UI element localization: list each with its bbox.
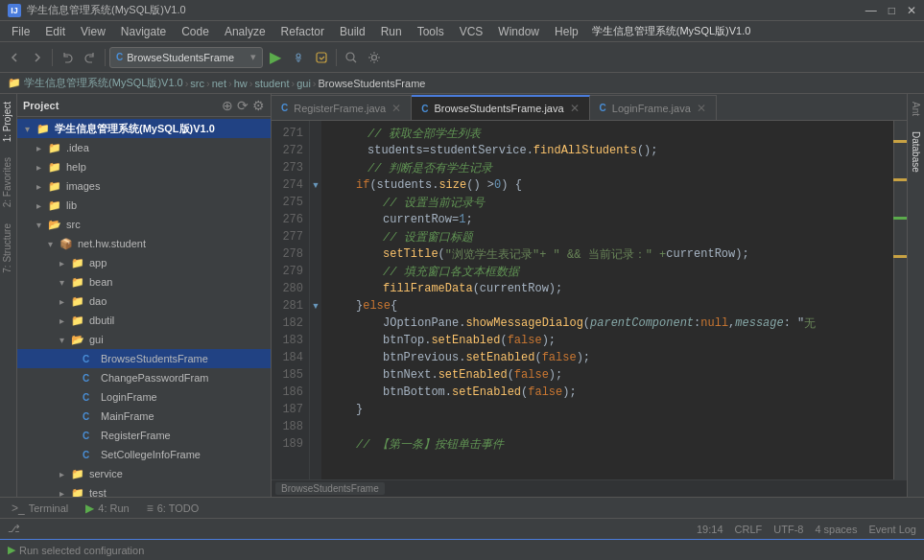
tab-login-close[interactable]: ✕ [697, 102, 706, 115]
config-label: BrowseStudentsFrame [127, 52, 234, 63]
tree-item-service[interactable]: ▸ 📁 service [17, 464, 271, 483]
tab-browse-close[interactable]: ✕ [570, 102, 580, 115]
fold-185 [310, 366, 321, 384]
indent-settings[interactable]: 4 spaces [815, 524, 857, 535]
tree-item-main-frame[interactable]: C MainFrame [17, 407, 271, 426]
run-button[interactable]: ▶ [265, 47, 286, 68]
tree-item-login-frame[interactable]: C LoginFrame [17, 387, 271, 407]
status-bar: ⎇ 19:14 CRLF UTF-8 4 spaces Event Log [0, 518, 924, 539]
project-action-settings[interactable]: ⚙ [252, 98, 265, 113]
tree-item-app[interactable]: ▸ 📁 app [17, 253, 271, 272]
project-action-add[interactable]: ⊕ [222, 98, 233, 113]
menu-edit[interactable]: Edit [37, 23, 73, 40]
menu-vcs[interactable]: VCS [452, 23, 491, 40]
tree-item-bean[interactable]: ▾ 📁 bean [17, 272, 271, 292]
tree-label-login-frame: LoginFrame [101, 391, 157, 403]
menu-refactor[interactable]: Refactor [273, 23, 332, 40]
menu-run[interactable]: Run [373, 23, 410, 40]
breadcrumb-student[interactable]: student [254, 78, 289, 89]
breadcrumb: 📁 学生信息管理系统(MySQL版)V1.0 › src › net › hw … [0, 73, 924, 94]
tree-item-dbutil[interactable]: ▸ 📁 dbutil [17, 311, 271, 330]
tree-item-src[interactable]: ▾ 📂 src [17, 215, 271, 234]
tree-item-register-frame[interactable]: C RegisterFrame [17, 426, 271, 445]
tree-item-root[interactable]: ▾ 📁 学生信息管理系统(MySQL版)V1.0 [17, 119, 271, 138]
editor-scroll-markers[interactable] [893, 121, 907, 479]
settings-button[interactable] [364, 47, 385, 68]
debug-button[interactable] [288, 47, 309, 68]
close-button[interactable]: ✕ [907, 4, 916, 17]
tab-register-close[interactable]: ✕ [391, 102, 401, 115]
menu-view[interactable]: View [73, 23, 113, 40]
menu-file[interactable]: File [4, 23, 37, 40]
run-coverage-button[interactable] [311, 47, 332, 68]
code-line-182: JOptionPane . showMessageDialog ( parent… [329, 315, 886, 332]
toolbar-redo-button[interactable] [80, 47, 101, 68]
toolbar-forward-button[interactable] [27, 47, 48, 68]
breadcrumb-src[interactable]: src [190, 78, 204, 89]
toolbar-back-button[interactable] [4, 47, 25, 68]
main-layout: 1: Project 2: Favorites 7: Structure Pro… [0, 94, 924, 497]
tree-item-lib[interactable]: ▸ 📁 lib [17, 196, 271, 215]
favorites-strip-tab[interactable]: 2: Favorites [0, 150, 16, 215]
folder-icon-test: 📁 [71, 487, 86, 498]
breadcrumb-current[interactable]: BrowseStudentsFrame [319, 78, 426, 89]
tree-item-dao[interactable]: ▸ 📁 dao [17, 292, 271, 311]
tab-login-frame[interactable]: C LoginFrame.java ✕ [590, 95, 717, 120]
line-num-281: 281 [272, 297, 309, 315]
tab-register-frame[interactable]: C RegisterFrame.java ✕ [272, 95, 412, 120]
menu-code[interactable]: Code [174, 23, 217, 40]
search-button[interactable] [341, 47, 362, 68]
tree-arrow-lib: ▸ [36, 200, 48, 211]
fold-189 [310, 435, 321, 453]
tree-item-images[interactable]: ▸ 📁 images [17, 176, 271, 196]
menu-tools[interactable]: Tools [410, 23, 452, 40]
ant-strip-tab[interactable]: Ant [909, 94, 923, 124]
menu-help[interactable]: Help [547, 23, 586, 40]
line-num-280: 280 [272, 280, 309, 297]
tree-item-pkg[interactable]: ▾ 📦 net.hw.student [17, 234, 271, 253]
project-action-sync[interactable]: ⟳ [237, 98, 249, 113]
tree-item-idea[interactable]: ▸ 📁 .idea [17, 138, 271, 157]
tab-browse-frame[interactable]: C BrowseStudentsFrame.java ✕ [412, 95, 589, 120]
breadcrumb-gui[interactable]: gui [296, 78, 311, 89]
code-content[interactable]: // 获取全部学生列表 students = studentService . … [321, 121, 893, 479]
tree-item-change-pwd[interactable]: C ChangePasswordFram [17, 368, 271, 387]
file-encoding[interactable]: UTF-8 [773, 524, 803, 535]
event-log[interactable]: Event Log [868, 524, 916, 535]
run-tab-label: 4: Run [98, 502, 129, 514]
menu-analyze[interactable]: Analyze [217, 23, 273, 40]
toolbar-separator2 [105, 49, 106, 66]
folder-icon-root: 📁 [36, 123, 52, 135]
breadcrumb-project[interactable]: 📁 学生信息管理系统(MySQL版)V1.0 [8, 76, 183, 90]
structure-strip-tab[interactable]: 7: Structure [0, 216, 16, 281]
code-line-275: // 设置当前记录号 [329, 194, 886, 211]
tree-item-test[interactable]: ▸ 📁 test [17, 483, 271, 497]
menu-navigate[interactable]: Navigate [113, 23, 174, 40]
code-line-185: btnNext . setEnabled ( false ); [329, 366, 886, 384]
terminal-tab[interactable]: >_ Terminal [4, 499, 76, 518]
tree-arrow-test: ▸ [59, 488, 71, 498]
breadcrumb-sep4: › [249, 78, 253, 89]
tree-item-gui[interactable]: ▾ 📂 gui [17, 330, 271, 349]
toolbar-undo-button[interactable] [57, 47, 78, 68]
menu-build[interactable]: Build [332, 23, 373, 40]
minimize-button[interactable]: — [865, 4, 877, 17]
todo-tab[interactable]: ≡ 6: TODO [139, 499, 207, 518]
project-strip-tab[interactable]: 1: Project [0, 94, 16, 150]
menu-window[interactable]: Window [490, 23, 547, 40]
maximize-button[interactable]: □ [888, 4, 895, 17]
tree-item-setcollege[interactable]: C SetCollegeInfoFrame [17, 445, 271, 464]
run-config-selector[interactable]: C BrowseStudentsFrame ▾ [109, 47, 263, 68]
breadcrumb-hw[interactable]: hw [234, 78, 248, 89]
fold-274[interactable]: ▼ [310, 176, 321, 194]
fold-281[interactable]: ▼ [310, 297, 321, 315]
folder-icon-idea: 📁 [48, 142, 63, 154]
run-tab-icon: ▶ [85, 502, 94, 515]
run-tab[interactable]: ▶ 4: Run [78, 499, 136, 518]
line-separator[interactable]: CRLF [735, 524, 763, 535]
pkg-icon: 📦 [59, 238, 75, 250]
tree-item-help[interactable]: ▸ 📁 help [17, 157, 271, 176]
database-strip-tab[interactable]: Database [909, 124, 923, 180]
tree-item-browse-frame[interactable]: C BrowseStudentsFrame [17, 349, 271, 368]
breadcrumb-net[interactable]: net [212, 78, 226, 89]
